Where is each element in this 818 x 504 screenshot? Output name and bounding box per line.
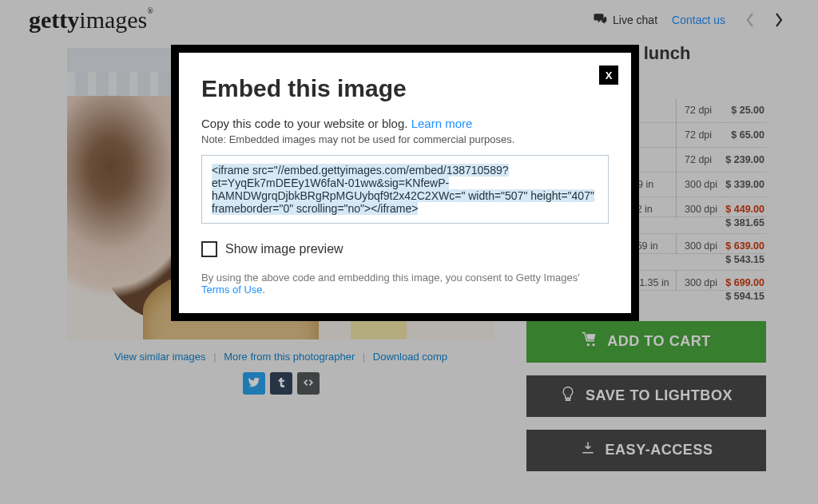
consent-suffix: .	[263, 284, 266, 296]
embed-code-box[interactable]: <iframe src="//embed.gettyimages.com/emb…	[201, 155, 609, 224]
show-preview-checkbox[interactable]	[201, 241, 217, 257]
consent-prefix: By using the above code and embedding th…	[201, 272, 580, 284]
modal-title: Embed this image	[201, 75, 609, 102]
modal-copy-text: Copy this code to your website or blog.	[201, 117, 411, 130]
terms-of-use-link[interactable]: Terms of Use	[201, 284, 263, 296]
modal-note: Note: Embedded images may not be used fo…	[201, 133, 609, 145]
close-button[interactable]: X	[599, 65, 618, 85]
close-icon: X	[606, 69, 613, 81]
embed-modal: X Embed this image Copy this code to you…	[171, 45, 639, 321]
learn-more-link[interactable]: Learn more	[411, 117, 473, 130]
show-preview-label: Show image preview	[225, 242, 343, 256]
modal-copy-line: Copy this code to your website or blog. …	[201, 117, 609, 130]
embed-code-text: <iframe src="//embed.gettyimages.com/emb…	[212, 164, 594, 215]
consent-text: By using the above code and embedding th…	[201, 272, 609, 296]
